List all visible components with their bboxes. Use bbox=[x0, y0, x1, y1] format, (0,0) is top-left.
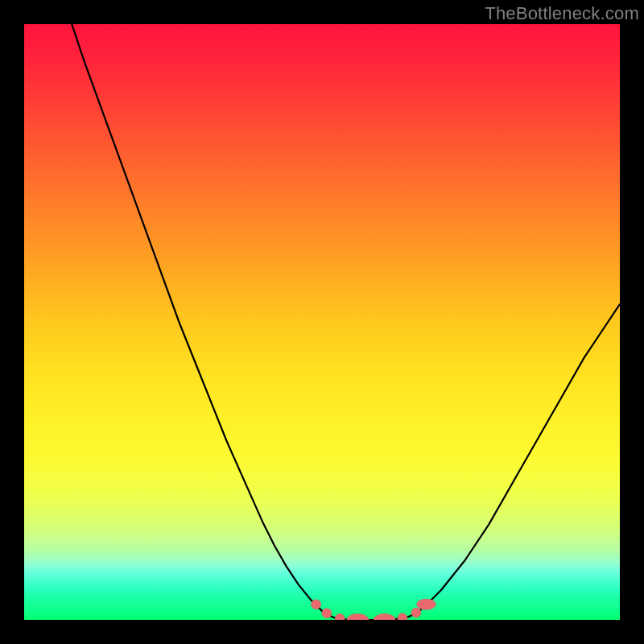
plot-area bbox=[24, 24, 620, 620]
watermark-text: TheBottleneck.com bbox=[485, 3, 639, 24]
curve-layer bbox=[24, 24, 620, 620]
data-marker bbox=[347, 613, 369, 620]
data-marker bbox=[411, 608, 421, 617]
data-marker bbox=[398, 613, 407, 620]
data-marker bbox=[417, 599, 436, 609]
data-marker bbox=[312, 600, 321, 609]
chart-frame: TheBottleneck.com bbox=[0, 0, 644, 644]
data-marker bbox=[322, 609, 332, 618]
bottleneck-curve bbox=[72, 24, 620, 620]
data-marker bbox=[335, 614, 345, 620]
data-marker bbox=[374, 613, 395, 620]
